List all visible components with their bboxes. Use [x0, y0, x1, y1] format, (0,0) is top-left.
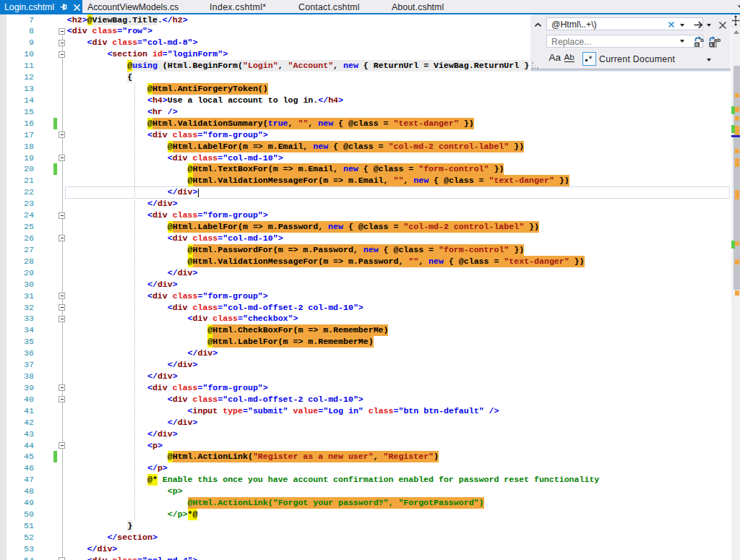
svg-text:a: a [709, 42, 712, 47]
svg-text:a: a [695, 42, 698, 47]
svg-text:b: b [700, 37, 704, 43]
svg-text:ab: ab [714, 37, 720, 43]
